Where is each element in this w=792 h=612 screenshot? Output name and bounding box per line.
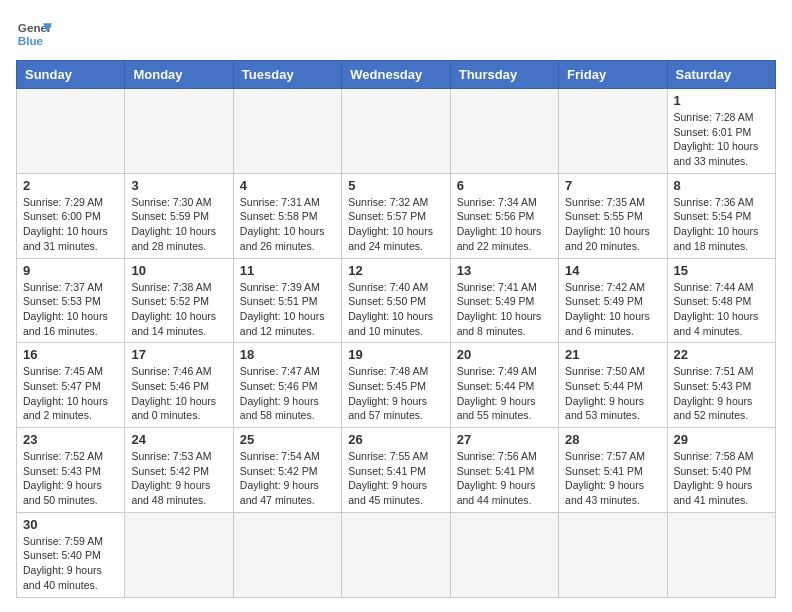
day-number: 19	[348, 347, 443, 362]
weekday-header-wednesday: Wednesday	[342, 61, 450, 89]
day-info: Sunrise: 7:35 AM Sunset: 5:55 PM Dayligh…	[565, 195, 660, 254]
day-number: 24	[131, 432, 226, 447]
calendar-cell	[559, 89, 667, 174]
calendar-table: SundayMondayTuesdayWednesdayThursdayFrid…	[16, 60, 776, 598]
day-info: Sunrise: 7:32 AM Sunset: 5:57 PM Dayligh…	[348, 195, 443, 254]
calendar-week-4: 16Sunrise: 7:45 AM Sunset: 5:47 PM Dayli…	[17, 343, 776, 428]
day-info: Sunrise: 7:42 AM Sunset: 5:49 PM Dayligh…	[565, 280, 660, 339]
page-header: General Blue	[16, 16, 776, 52]
calendar-cell: 4Sunrise: 7:31 AM Sunset: 5:58 PM Daylig…	[233, 173, 341, 258]
calendar-cell: 7Sunrise: 7:35 AM Sunset: 5:55 PM Daylig…	[559, 173, 667, 258]
day-number: 26	[348, 432, 443, 447]
weekday-header-thursday: Thursday	[450, 61, 558, 89]
day-number: 18	[240, 347, 335, 362]
calendar-cell: 29Sunrise: 7:58 AM Sunset: 5:40 PM Dayli…	[667, 428, 775, 513]
day-info: Sunrise: 7:45 AM Sunset: 5:47 PM Dayligh…	[23, 364, 118, 423]
day-number: 30	[23, 517, 118, 532]
calendar-cell: 12Sunrise: 7:40 AM Sunset: 5:50 PM Dayli…	[342, 258, 450, 343]
day-info: Sunrise: 7:57 AM Sunset: 5:41 PM Dayligh…	[565, 449, 660, 508]
calendar-cell	[342, 89, 450, 174]
day-number: 20	[457, 347, 552, 362]
day-number: 12	[348, 263, 443, 278]
calendar-cell	[125, 512, 233, 597]
calendar-cell: 5Sunrise: 7:32 AM Sunset: 5:57 PM Daylig…	[342, 173, 450, 258]
logo: General Blue	[16, 16, 52, 52]
calendar-cell: 6Sunrise: 7:34 AM Sunset: 5:56 PM Daylig…	[450, 173, 558, 258]
day-info: Sunrise: 7:52 AM Sunset: 5:43 PM Dayligh…	[23, 449, 118, 508]
calendar-cell: 13Sunrise: 7:41 AM Sunset: 5:49 PM Dayli…	[450, 258, 558, 343]
svg-text:Blue: Blue	[18, 34, 44, 47]
day-number: 23	[23, 432, 118, 447]
day-info: Sunrise: 7:36 AM Sunset: 5:54 PM Dayligh…	[674, 195, 769, 254]
day-number: 22	[674, 347, 769, 362]
weekday-header-saturday: Saturday	[667, 61, 775, 89]
weekday-header-monday: Monday	[125, 61, 233, 89]
weekday-header-tuesday: Tuesday	[233, 61, 341, 89]
day-info: Sunrise: 7:28 AM Sunset: 6:01 PM Dayligh…	[674, 110, 769, 169]
calendar-cell	[559, 512, 667, 597]
day-number: 14	[565, 263, 660, 278]
calendar-week-2: 2Sunrise: 7:29 AM Sunset: 6:00 PM Daylig…	[17, 173, 776, 258]
day-number: 3	[131, 178, 226, 193]
calendar-week-1: 1Sunrise: 7:28 AM Sunset: 6:01 PM Daylig…	[17, 89, 776, 174]
day-number: 29	[674, 432, 769, 447]
day-number: 11	[240, 263, 335, 278]
calendar-cell: 30Sunrise: 7:59 AM Sunset: 5:40 PM Dayli…	[17, 512, 125, 597]
generalblue-logo-icon: General Blue	[16, 16, 52, 52]
day-number: 4	[240, 178, 335, 193]
calendar-cell	[233, 89, 341, 174]
day-info: Sunrise: 7:39 AM Sunset: 5:51 PM Dayligh…	[240, 280, 335, 339]
day-info: Sunrise: 7:44 AM Sunset: 5:48 PM Dayligh…	[674, 280, 769, 339]
day-info: Sunrise: 7:29 AM Sunset: 6:00 PM Dayligh…	[23, 195, 118, 254]
day-info: Sunrise: 7:31 AM Sunset: 5:58 PM Dayligh…	[240, 195, 335, 254]
day-number: 2	[23, 178, 118, 193]
day-info: Sunrise: 7:30 AM Sunset: 5:59 PM Dayligh…	[131, 195, 226, 254]
day-info: Sunrise: 7:48 AM Sunset: 5:45 PM Dayligh…	[348, 364, 443, 423]
calendar-cell	[667, 512, 775, 597]
calendar-cell: 19Sunrise: 7:48 AM Sunset: 5:45 PM Dayli…	[342, 343, 450, 428]
day-info: Sunrise: 7:50 AM Sunset: 5:44 PM Dayligh…	[565, 364, 660, 423]
day-number: 15	[674, 263, 769, 278]
day-number: 16	[23, 347, 118, 362]
calendar-cell: 1Sunrise: 7:28 AM Sunset: 6:01 PM Daylig…	[667, 89, 775, 174]
calendar-cell	[342, 512, 450, 597]
day-info: Sunrise: 7:54 AM Sunset: 5:42 PM Dayligh…	[240, 449, 335, 508]
calendar-cell: 22Sunrise: 7:51 AM Sunset: 5:43 PM Dayli…	[667, 343, 775, 428]
calendar-cell	[450, 512, 558, 597]
day-info: Sunrise: 7:59 AM Sunset: 5:40 PM Dayligh…	[23, 534, 118, 593]
day-number: 8	[674, 178, 769, 193]
calendar-cell: 23Sunrise: 7:52 AM Sunset: 5:43 PM Dayli…	[17, 428, 125, 513]
day-number: 1	[674, 93, 769, 108]
calendar-cell: 26Sunrise: 7:55 AM Sunset: 5:41 PM Dayli…	[342, 428, 450, 513]
day-info: Sunrise: 7:37 AM Sunset: 5:53 PM Dayligh…	[23, 280, 118, 339]
calendar-cell: 9Sunrise: 7:37 AM Sunset: 5:53 PM Daylig…	[17, 258, 125, 343]
day-info: Sunrise: 7:58 AM Sunset: 5:40 PM Dayligh…	[674, 449, 769, 508]
calendar-cell: 27Sunrise: 7:56 AM Sunset: 5:41 PM Dayli…	[450, 428, 558, 513]
day-info: Sunrise: 7:40 AM Sunset: 5:50 PM Dayligh…	[348, 280, 443, 339]
calendar-cell: 18Sunrise: 7:47 AM Sunset: 5:46 PM Dayli…	[233, 343, 341, 428]
day-info: Sunrise: 7:53 AM Sunset: 5:42 PM Dayligh…	[131, 449, 226, 508]
day-number: 7	[565, 178, 660, 193]
calendar-week-6: 30Sunrise: 7:59 AM Sunset: 5:40 PM Dayli…	[17, 512, 776, 597]
day-info: Sunrise: 7:49 AM Sunset: 5:44 PM Dayligh…	[457, 364, 552, 423]
calendar-cell	[17, 89, 125, 174]
calendar-cell	[233, 512, 341, 597]
day-number: 5	[348, 178, 443, 193]
day-info: Sunrise: 7:38 AM Sunset: 5:52 PM Dayligh…	[131, 280, 226, 339]
calendar-cell: 10Sunrise: 7:38 AM Sunset: 5:52 PM Dayli…	[125, 258, 233, 343]
day-info: Sunrise: 7:41 AM Sunset: 5:49 PM Dayligh…	[457, 280, 552, 339]
day-number: 9	[23, 263, 118, 278]
day-number: 6	[457, 178, 552, 193]
day-info: Sunrise: 7:47 AM Sunset: 5:46 PM Dayligh…	[240, 364, 335, 423]
day-number: 10	[131, 263, 226, 278]
day-number: 13	[457, 263, 552, 278]
weekday-header-sunday: Sunday	[17, 61, 125, 89]
day-number: 17	[131, 347, 226, 362]
calendar-cell: 21Sunrise: 7:50 AM Sunset: 5:44 PM Dayli…	[559, 343, 667, 428]
weekday-header-friday: Friday	[559, 61, 667, 89]
day-info: Sunrise: 7:56 AM Sunset: 5:41 PM Dayligh…	[457, 449, 552, 508]
calendar-cell: 24Sunrise: 7:53 AM Sunset: 5:42 PM Dayli…	[125, 428, 233, 513]
calendar-cell: 15Sunrise: 7:44 AM Sunset: 5:48 PM Dayli…	[667, 258, 775, 343]
day-info: Sunrise: 7:34 AM Sunset: 5:56 PM Dayligh…	[457, 195, 552, 254]
calendar-cell: 11Sunrise: 7:39 AM Sunset: 5:51 PM Dayli…	[233, 258, 341, 343]
